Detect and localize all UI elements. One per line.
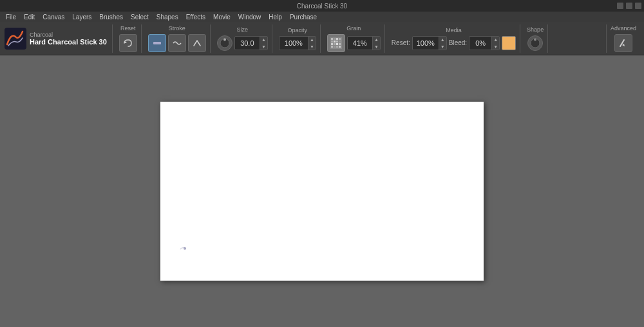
media-reset-input-group: ▲ ▼ <box>412 36 447 50</box>
canvas-area[interactable] <box>0 55 644 327</box>
title-bar: Charcoal Stick 30 <box>0 0 644 12</box>
svg-rect-17 <box>331 46 333 48</box>
size-section: Size ▲ ▼ <box>213 24 272 53</box>
minimize-button[interactable] <box>617 3 623 9</box>
menu-shapes[interactable]: Shapes <box>153 12 182 22</box>
advanced-controls <box>614 34 632 52</box>
media-section: Media Reset: ▲ ▼ Bleed: ▲ ▼ <box>388 24 520 53</box>
shape-section: Shape <box>523 24 548 53</box>
brush-name-block: Charcoal Hard Charcoal Stick 30 <box>30 32 107 46</box>
menu-edit[interactable]: Edit <box>21 12 38 22</box>
svg-rect-7 <box>336 38 338 40</box>
svg-rect-5 <box>331 38 333 40</box>
menu-effects[interactable]: Effects <box>183 12 209 22</box>
window-title: Charcoal Stick 30 <box>297 3 347 10</box>
svg-rect-13 <box>331 43 333 45</box>
svg-rect-8 <box>339 38 341 40</box>
media-reset-label: Reset: <box>392 39 410 46</box>
size-arrow[interactable]: ▲ ▼ <box>260 36 267 50</box>
window-controls <box>617 3 641 9</box>
grain-input-group: ▲ ▼ <box>347 36 381 50</box>
app-logo[interactable] <box>4 27 27 50</box>
svg-rect-1 <box>153 42 161 44</box>
menu-canvas[interactable]: Canvas <box>39 12 68 22</box>
menu-select[interactable]: Select <box>128 12 152 22</box>
stroke-section: Stroke <box>144 24 211 53</box>
menu-window[interactable]: Window <box>235 12 265 22</box>
svg-point-22 <box>534 38 536 41</box>
svg-rect-11 <box>336 41 338 42</box>
bleed-label: Bleed: <box>449 39 467 46</box>
menu-bar: File Edit Canvas Layers Brushes Select S… <box>0 12 644 22</box>
media-reset-arrow[interactable]: ▲ ▼ <box>439 36 446 50</box>
size-input[interactable] <box>235 39 260 47</box>
stroke-style-1[interactable] <box>148 34 166 52</box>
brush-preview: Charcoal Hard Charcoal Stick 30 <box>4 24 113 53</box>
menu-purchase[interactable]: Purchase <box>287 12 320 22</box>
bleed-arrow[interactable]: ▲ ▼ <box>491 36 499 50</box>
toolbar: Charcoal Hard Charcoal Stick 30 Reset St… <box>0 22 644 55</box>
svg-rect-9 <box>331 41 333 42</box>
shape-controls <box>527 35 543 51</box>
svg-rect-14 <box>334 43 336 45</box>
svg-rect-6 <box>334 38 336 40</box>
grain-section: Grain <box>323 24 385 53</box>
media-controls: Reset: ▲ ▼ Bleed: ▲ ▼ <box>392 36 516 50</box>
grain-input[interactable] <box>348 39 372 47</box>
brush-category: Charcoal <box>30 32 107 38</box>
svg-rect-18 <box>334 46 336 48</box>
grain-label: Grain <box>346 25 361 32</box>
svg-rect-19 <box>336 46 338 48</box>
media-reset-input[interactable] <box>413 39 439 47</box>
opacity-arrow[interactable]: ▲ ▼ <box>308 36 316 50</box>
stroke-controls <box>148 34 206 52</box>
menu-file[interactable]: File <box>3 12 19 22</box>
maximize-button[interactable] <box>626 3 632 9</box>
size-controls: ▲ ▼ <box>217 35 268 51</box>
menu-layers[interactable]: Layers <box>69 12 95 22</box>
reset-controls <box>119 34 137 52</box>
media-label: Media <box>446 27 462 33</box>
size-input-group: ▲ ▼ <box>234 36 268 50</box>
svg-rect-20 <box>339 46 341 48</box>
shape-dial[interactable] <box>527 35 543 51</box>
advanced-label: Advanced <box>611 25 636 32</box>
size-label: Size <box>237 26 249 33</box>
svg-point-3 <box>223 38 226 41</box>
grain-controls: ▲ ▼ <box>327 34 381 52</box>
shape-label: Shape <box>527 26 544 33</box>
svg-rect-16 <box>339 43 341 45</box>
svg-rect-0 <box>5 28 26 50</box>
stroke-label: Stroke <box>169 25 185 32</box>
size-dial[interactable] <box>217 35 232 51</box>
reset-button[interactable] <box>119 34 137 52</box>
opacity-input[interactable] <box>279 39 308 47</box>
opacity-section: Opacity ▲ ▼ <box>275 24 321 53</box>
close-button[interactable] <box>635 3 641 9</box>
svg-rect-12 <box>339 41 341 42</box>
grain-texture-icon[interactable] <box>327 34 345 52</box>
opacity-label: Opacity <box>288 27 308 33</box>
stroke-style-2[interactable] <box>168 34 186 52</box>
stroke-style-3[interactable] <box>188 34 206 52</box>
advanced-section: Advanced <box>606 24 640 53</box>
bleed-input-group: ▲ ▼ <box>469 36 500 50</box>
reset-label: Reset <box>120 25 136 32</box>
color-swatch[interactable] <box>502 36 516 50</box>
opacity-input-group: ▲ ▼ <box>279 36 316 50</box>
svg-point-23 <box>184 247 186 250</box>
menu-help[interactable]: Help <box>265 12 285 22</box>
reset-section: Reset <box>115 24 142 53</box>
advanced-button[interactable] <box>614 34 632 52</box>
bleed-input[interactable] <box>469 39 491 47</box>
cursor-indicator <box>182 245 186 248</box>
menu-movie[interactable]: Movie <box>210 12 234 22</box>
svg-rect-10 <box>334 41 336 42</box>
menu-brushes[interactable]: Brushes <box>96 12 126 22</box>
svg-rect-15 <box>336 43 338 45</box>
opacity-controls: ▲ ▼ <box>279 36 316 50</box>
drawing-canvas[interactable] <box>160 102 484 281</box>
brush-name: Hard Charcoal Stick 30 <box>30 38 107 46</box>
grain-arrow[interactable]: ▲ ▼ <box>372 36 380 50</box>
